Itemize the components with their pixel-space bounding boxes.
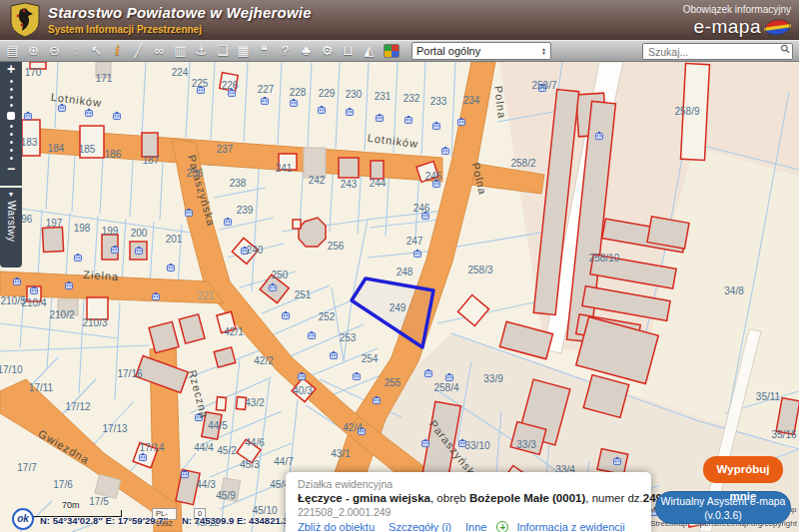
popup-object-id: 221508_2.0001.249 <box>298 506 639 518</box>
parcel-label-42/2: 42/2 <box>254 355 274 366</box>
parcel-label-245: 245 <box>425 171 442 182</box>
parcel-label-225: 225 <box>192 78 209 89</box>
details-link[interactable]: Szczegóły (i) <box>389 521 451 532</box>
parcel-label-258/7: 258/7 <box>531 80 556 91</box>
parcel-label-226: 226 <box>222 80 239 91</box>
street-label-zielna: Zielna <box>83 268 120 282</box>
parcel-label-243: 243 <box>341 179 358 190</box>
parcel-label-230: 230 <box>346 89 363 100</box>
parcel-label-234: 234 <box>463 95 480 106</box>
comment-icon[interactable]: ❝ <box>254 41 275 61</box>
info-icon[interactable]: i <box>107 41 128 61</box>
e-mapa-logo[interactable]: e-mapa <box>694 16 791 38</box>
table-icon[interactable]: ▦ <box>233 41 254 61</box>
measure-icon[interactable]: ╱ <box>128 41 149 61</box>
parcel-label-17/13: 17/13 <box>102 423 127 434</box>
zoom-out-button[interactable]: − <box>0 162 22 178</box>
parcel-label-33/10: 33/10 <box>464 440 489 451</box>
anchor-icon[interactable]: ⚓ <box>191 41 212 61</box>
e-mapa-logo-text: e-mapa <box>694 16 761 38</box>
parcel-label-254: 254 <box>362 353 379 364</box>
parcel-label-244: 244 <box>370 178 387 189</box>
parcel-label-249: 249 <box>390 302 406 313</box>
select-area-icon[interactable]: ◌ <box>65 41 86 61</box>
parcel-label-210/2: 210/2 <box>49 309 74 320</box>
parcel-label-256: 256 <box>328 241 345 252</box>
zoom-out-icon[interactable]: ⊖ <box>44 41 65 61</box>
popup-feature-title: Łęczyce - gmina wiejska, obręb Bożepole … <box>298 492 639 504</box>
zoom-in-icon[interactable]: ⊕ <box>23 41 44 61</box>
map-canvas[interactable]: LotnikówLotnikówPolnaPolnaParaszyńskaPar… <box>0 62 799 532</box>
cart-icon[interactable]: ⊔ <box>338 41 359 61</box>
parcel-label-199: 199 <box>102 226 119 237</box>
registry-info-link[interactable]: Informacja z ewidencji <box>516 521 624 532</box>
e-mapa-application: LotnikówLotnikówPolnaPolnaParaszyńskaPar… <box>0 0 799 532</box>
parcel-label-17/7: 17/7 <box>17 462 37 473</box>
parcel-label-17/11: 17/11 <box>29 382 54 393</box>
parcel-label-237: 237 <box>217 144 234 155</box>
boat-icon[interactable]: ◭ <box>359 41 380 61</box>
parcel-label-229: 229 <box>319 88 336 99</box>
pointer-icon[interactable]: ↖ <box>86 41 107 61</box>
layers-panel-tab[interactable]: ▾ Warstwy <box>0 188 22 267</box>
parcel-label-35/11: 35/11 <box>756 391 781 402</box>
parcel-label-258/10: 258/10 <box>589 253 620 264</box>
information-obligation-link[interactable]: Obowiązek informacyjny <box>683 4 791 15</box>
add-info-icon[interactable]: + <box>496 521 508 532</box>
palette-icon[interactable] <box>384 44 400 58</box>
parcel-label-258/3: 258/3 <box>467 265 492 275</box>
coordinates-metric: N: 745309.9 E: 434821.3 <box>182 515 289 526</box>
parcel-label-197: 197 <box>46 218 63 229</box>
parcel-label-45/3: 45/3 <box>240 459 260 470</box>
layers-icon[interactable]: ▤ <box>2 41 23 61</box>
parcel-label-231: 231 <box>375 91 392 102</box>
parcel-label-34/8: 34/8 <box>724 285 744 296</box>
parcel-label-42/1: 42/1 <box>224 326 244 337</box>
ok-button[interactable]: ok <box>12 508 34 530</box>
zoom-slider-handle[interactable] <box>7 112 15 120</box>
copy-icon[interactable]: ❏ <box>212 41 233 61</box>
parcel-label-45/9: 45/9 <box>216 490 236 501</box>
layers-tab-label: Warstwy <box>6 201 17 242</box>
parcel-label-252: 252 <box>319 311 336 322</box>
parcel-label-227: 227 <box>258 84 275 95</box>
parcel-label-171: 171 <box>96 73 113 84</box>
link-icon[interactable]: ∞ <box>149 41 170 61</box>
print-icon[interactable]: ▥ <box>170 41 191 61</box>
settings-icon[interactable]: ⚙ <box>317 41 338 61</box>
parcel-label-232: 232 <box>403 93 420 104</box>
portal-select[interactable]: Portal ogólny ▲▼ <box>411 42 551 60</box>
portal-select-value: Portal ogólny <box>416 45 480 57</box>
zoom-in-button[interactable]: + <box>0 62 22 78</box>
parcel-label-236: 236 <box>187 168 204 179</box>
header-bar: Starostwo Powiatowe w Wejherowie System … <box>0 0 799 40</box>
parcel-label-258/2: 258/2 <box>510 158 535 169</box>
coordinates-geo: N: 54°34′02.8″ E: 17°59′29.7″ <box>40 515 168 526</box>
parcel-label-35/16: 35/16 <box>771 429 796 440</box>
other-link[interactable]: Inne <box>465 521 486 532</box>
parcel-label-198: 198 <box>74 223 91 234</box>
parcel-label-170: 170 <box>25 67 42 78</box>
search-input[interactable] <box>642 43 793 60</box>
tree-icon[interactable]: ♣ <box>296 41 317 61</box>
app-subtitle: System Informacji Przestrzennej <box>48 24 312 35</box>
assistant-try-me-bubble[interactable]: Wypróbuj mnie <box>703 456 783 483</box>
parcel-label-255: 255 <box>385 377 401 388</box>
parcel-label-40/3: 40/3 <box>293 385 313 396</box>
help-icon[interactable]: ? <box>275 41 296 61</box>
parcel-label-44/6: 44/6 <box>245 437 265 448</box>
parcel-label-233: 233 <box>430 96 447 107</box>
parcel-label-258/4: 258/4 <box>433 382 458 393</box>
parcel-label-185: 185 <box>79 144 96 155</box>
parcel-label-200: 200 <box>131 228 148 239</box>
parcel-label-187: 187 <box>143 155 160 166</box>
zoom-to-object-link[interactable]: Zbliż do obiektu <box>298 521 375 532</box>
zoom-slider[interactable] <box>7 80 15 160</box>
parcel-label-33/9: 33/9 <box>483 373 503 384</box>
parcel-label-184: 184 <box>48 143 65 154</box>
parcel-label-201: 201 <box>166 234 183 245</box>
parcel-label-258/9: 258/9 <box>674 106 699 117</box>
parcel-label-240: 240 <box>247 245 264 256</box>
virtual-assistant-button[interactable]: Wirtualny Asystent e-mapa (v.0.3.6) <box>655 491 791 524</box>
parcel-label-251: 251 <box>295 289 312 300</box>
